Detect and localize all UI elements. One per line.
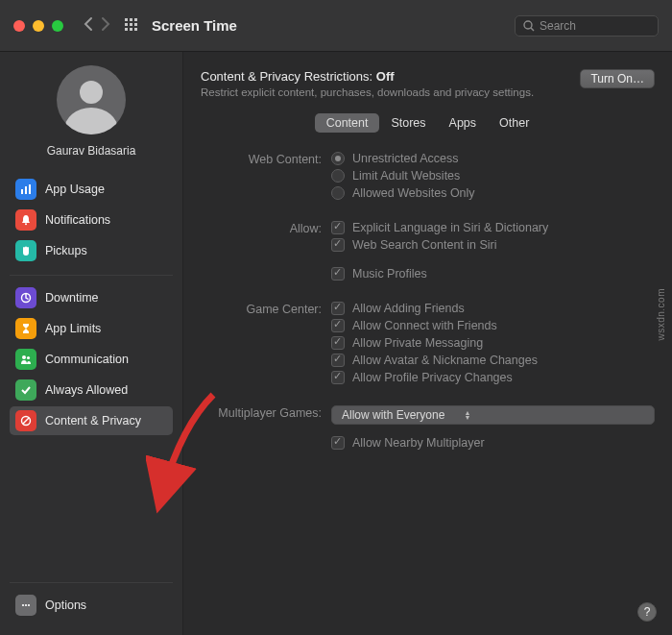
- heading-prefix: Content & Privacy Restrictions:: [201, 69, 376, 84]
- sidebar-item-app-limits[interactable]: App Limits: [10, 314, 173, 343]
- sidebar-item-pickups[interactable]: Pickups: [10, 236, 173, 265]
- check-icon: [331, 267, 345, 281]
- apps-grid-icon[interactable]: [125, 18, 140, 34]
- segmented-control: Content Stores Apps Other: [315, 113, 541, 133]
- hand-icon: [15, 240, 36, 261]
- check-icon: [331, 319, 345, 332]
- radio-icon: [331, 152, 345, 165]
- label-multiplayer: Multiplayer Games:: [201, 405, 331, 450]
- check-icon: [331, 238, 345, 252]
- sidebar-item-notifications[interactable]: Notifications: [10, 206, 173, 234]
- svg-point-22: [28, 604, 30, 606]
- back-button[interactable]: [83, 16, 93, 36]
- sidebar-item-content-privacy[interactable]: Content & Privacy: [10, 406, 173, 435]
- option-label: Music Profiles: [352, 267, 427, 281]
- watermark: wsxdn.com: [656, 288, 666, 341]
- sidebar-item-label: App Limits: [45, 322, 101, 335]
- svg-rect-4: [130, 23, 132, 26]
- toolbar: Screen Time: [0, 0, 672, 52]
- close-window-button[interactable]: [13, 20, 25, 32]
- option-label: Web Search Content in Siri: [352, 238, 497, 252]
- check-connect-friends[interactable]: Allow Connect with Friends: [331, 319, 655, 332]
- turn-on-button[interactable]: Turn On…: [580, 69, 655, 88]
- sidebar-item-label: Pickups: [45, 244, 87, 257]
- search-field[interactable]: [515, 15, 659, 37]
- main-panel: Content & Privacy Restrictions: Off Rest…: [182, 52, 672, 635]
- forward-button[interactable]: [101, 16, 111, 36]
- check-icon: [331, 436, 345, 450]
- svg-point-9: [524, 21, 532, 29]
- option-label: Allowed Websites Only: [352, 186, 475, 200]
- minimize-window-button[interactable]: [33, 20, 44, 32]
- radio-allowed-only[interactable]: Allowed Websites Only: [331, 186, 655, 200]
- check-adding-friends[interactable]: Allow Adding Friends: [331, 302, 655, 315]
- sidebar-item-label: App Usage: [45, 183, 105, 196]
- sidebar-item-downtime[interactable]: Downtime: [10, 283, 173, 312]
- check-explicit-language[interactable]: Explicit Language in Siri & Dictionary: [331, 221, 655, 234]
- sidebar: Gaurav Bidasaria App Usage Notifications…: [0, 52, 182, 635]
- option-label: Explicit Language in Siri & Dictionary: [352, 221, 548, 234]
- chevron-updown-icon: ▲▼: [464, 410, 470, 420]
- option-label: Allow Avatar & Nickname Changes: [352, 354, 538, 367]
- tab-content[interactable]: Content: [315, 113, 380, 133]
- maximize-window-button[interactable]: [52, 20, 63, 32]
- panel-subheading: Restrict explicit content, purchases, do…: [201, 86, 534, 98]
- svg-rect-1: [130, 18, 132, 21]
- sidebar-item-app-usage[interactable]: App Usage: [10, 175, 173, 204]
- sidebar-item-label: Notifications: [45, 213, 110, 227]
- option-label: Allow Profile Privacy Changes: [352, 371, 513, 384]
- sidebar-item-label: Communication: [45, 353, 129, 366]
- tab-other[interactable]: Other: [488, 113, 540, 133]
- search-input[interactable]: [540, 19, 650, 33]
- check-nearby-multiplayer[interactable]: Allow Nearby Multiplayer: [331, 436, 655, 450]
- check-icon: [331, 336, 345, 350]
- check-icon: [331, 221, 345, 234]
- moon-icon: [15, 287, 36, 308]
- svg-rect-5: [134, 23, 137, 26]
- sidebar-item-communication[interactable]: Communication: [10, 345, 173, 374]
- sidebar-item-always-allowed[interactable]: Always Allowed: [10, 376, 173, 404]
- multiplayer-select[interactable]: Allow with Everyone ▲▼: [331, 405, 655, 425]
- radio-unrestricted-access[interactable]: Unrestricted Access: [331, 152, 655, 165]
- svg-rect-11: [21, 189, 23, 194]
- sidebar-item-label: Downtime: [45, 291, 99, 305]
- svg-rect-0: [125, 18, 128, 21]
- svg-rect-12: [25, 186, 27, 194]
- bar-chart-icon: [15, 179, 36, 200]
- check-web-search-siri[interactable]: Web Search Content in Siri: [331, 238, 655, 252]
- sidebar-item-options[interactable]: Options: [10, 591, 173, 620]
- option-label: Allow Private Messaging: [352, 336, 483, 350]
- no-entry-icon: [15, 410, 36, 431]
- svg-rect-3: [125, 23, 128, 26]
- option-label: Unrestricted Access: [352, 152, 458, 165]
- svg-rect-7: [130, 28, 132, 31]
- svg-line-19: [23, 418, 29, 424]
- radio-icon: [331, 169, 345, 183]
- label-web-content: Web Content:: [201, 152, 331, 200]
- bell-icon: [15, 209, 36, 231]
- avatar: [57, 65, 126, 134]
- check-icon: [331, 354, 345, 367]
- check-profile-privacy[interactable]: Allow Profile Privacy Changes: [331, 371, 655, 384]
- option-label: Allow Nearby Multiplayer: [352, 436, 485, 450]
- username: Gaurav Bidasaria: [10, 144, 173, 158]
- svg-point-16: [22, 355, 26, 359]
- radio-limit-adult[interactable]: Limit Adult Websites: [331, 169, 655, 183]
- hourglass-icon: [15, 318, 36, 339]
- check-icon: [331, 371, 345, 384]
- help-button[interactable]: ?: [637, 602, 657, 622]
- sidebar-item-label: Always Allowed: [45, 383, 128, 397]
- search-icon: [523, 20, 535, 32]
- radio-icon: [331, 186, 345, 200]
- svg-point-21: [25, 604, 27, 606]
- check-music-profiles[interactable]: Music Profiles: [331, 267, 655, 281]
- svg-rect-8: [134, 28, 137, 31]
- sidebar-item-label: Options: [45, 598, 86, 612]
- tab-stores[interactable]: Stores: [379, 113, 437, 133]
- check-private-messaging[interactable]: Allow Private Messaging: [331, 336, 655, 350]
- tab-apps[interactable]: Apps: [438, 113, 489, 133]
- window-title: Screen Time: [152, 17, 237, 34]
- sidebar-item-label: Content & Privacy: [45, 414, 141, 427]
- check-avatar-nickname[interactable]: Allow Avatar & Nickname Changes: [331, 354, 655, 367]
- svg-rect-2: [134, 18, 137, 21]
